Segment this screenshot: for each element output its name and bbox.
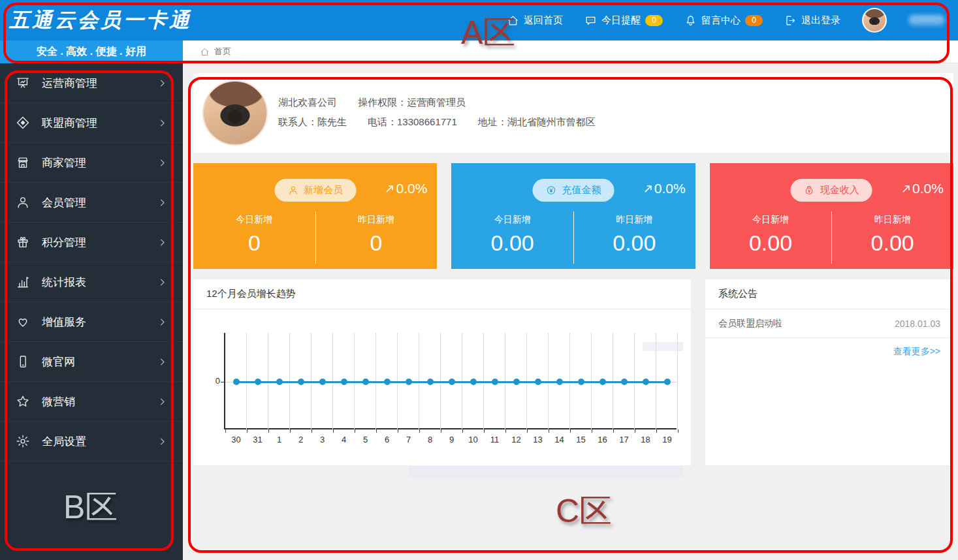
chart-data-point [298,379,304,385]
diamond-icon [16,116,30,130]
x-axis-tick-label: 10 [462,435,484,444]
y-axis-tick-label: 0 [206,376,220,386]
nav-today-reminder[interactable]: 今日提醒0 [584,14,663,27]
chevron-right-icon [157,158,167,168]
chart-data-point [621,379,628,385]
stat-trend: 0.0% [643,181,686,196]
stat-today-value: 0.00 [710,230,832,256]
sidebar-item-micro-site[interactable]: 微官网 [0,342,183,382]
stat-card-new-members: 新增会员0.0%今日新增0昨日新增0 [193,163,437,269]
chevron-right-icon [157,397,167,407]
announcements-title: 系统公告 [705,279,953,309]
x-axis-tick [678,429,679,433]
stat-pill-cash-income: 现金收入 [791,179,872,202]
sidebar-item-label: 统计报表 [42,275,86,290]
nav-badge: 0 [645,15,663,26]
x-axis-tick [505,429,506,433]
shop-icon [16,155,30,170]
company-name: 湖北欢喜公司 [278,97,337,109]
slogan-bar: 安全 . 高效 . 便捷 . 好用 [0,40,183,63]
stat-yesterday: 昨日新增0.00 [831,214,953,256]
header-nav: 返回首页今日提醒0留言中心0退出登录 [507,8,958,33]
x-axis-tick [376,429,377,433]
sidebar-item-merchant-management[interactable]: 商家管理 [0,143,183,183]
x-axis-tick-label: 11 [484,435,505,444]
x-axis-tick [613,429,614,433]
chart-body: 0303112345678910111213141516171819 [193,309,691,465]
x-axis-tick [462,429,463,433]
sidebar-item-alliance-management[interactable]: 联盟商管理 [0,103,183,143]
nav-logout[interactable]: 退出登录 [784,14,840,27]
sidebar-item-points-management[interactable]: 积分管理 [0,223,183,262]
x-axis-tick-label: 12 [505,435,527,444]
sidebar-item-global-settings[interactable]: 全局设置 [0,422,183,461]
stat-trend: 0.0% [385,181,427,196]
announcement-row[interactable]: 会员联盟启动啦2018.01.03 [705,309,953,338]
x-axis-tick [570,429,571,433]
chart-data-point [492,379,498,385]
nav-badge: 0 [745,15,763,26]
user-icon [16,195,30,210]
sidebar-item-value-added-service[interactable]: 增值服务 [0,302,183,342]
announcements-list: 会员联盟启动啦2018.01.03 [705,309,953,338]
view-more-link[interactable]: 查看更多>> [705,338,953,358]
chat-bubble-icon [584,14,597,27]
x-axis-tick-label: 1 [268,435,290,444]
chart-ghost-artifact [409,466,683,478]
nav-message-center[interactable]: 留言中心0 [684,14,763,27]
announcement-text: 会员联盟启动啦 [718,318,782,330]
breadcrumb: 首页 [183,40,958,63]
chart-data-point [406,379,412,385]
x-axis-tick [527,429,528,433]
sidebar-item-micro-marketing[interactable]: 微营销 [0,382,183,422]
stat-yesterday-value: 0.00 [573,230,695,256]
sidebar-item-label: 积分管理 [42,235,86,250]
chart-data-point [276,379,283,385]
sidebar-item-statistics-report[interactable]: 统计报表 [0,262,183,302]
stat-today-label: 今日新增 [710,214,832,226]
stat-card-cash-income: 现金收入0.0%今日新增0.00昨日新增0.00 [710,163,953,269]
x-axis-tick [635,429,635,433]
gift-icon [16,235,30,249]
chart-data-point [384,379,391,385]
user-avatar[interactable] [862,8,887,33]
sidebar-item-operator-management[interactable]: 运营商管理 [0,63,183,103]
chevron-right-icon [157,277,167,287]
user-icon [287,185,298,196]
app-logo: 五通云会员一卡通 [0,7,192,34]
home-icon [507,14,519,27]
x-axis-tick [419,429,420,433]
stat-trend: 0.0% [901,181,944,196]
stat-trend-value: 0.0% [654,181,686,196]
header-nav-items: 返回首页今日提醒0留言中心0退出登录 [507,14,840,27]
nav-label: 返回首页 [524,14,563,27]
chart-data-point [341,379,347,385]
trend-up-icon [385,183,395,194]
phone-icon [16,354,30,369]
stat-pill-label: 充值金额 [562,184,601,196]
chart-data-point [427,379,434,385]
stat-today-label: 今日新增 [193,214,315,226]
chart-data-point [535,379,541,385]
breadcrumb-home[interactable]: 首页 [214,46,231,57]
nav-back-home[interactable]: 返回首页 [507,14,563,27]
sidebar-item-label: 会员管理 [42,195,86,210]
sidebar-item-member-management[interactable]: 会员管理 [0,183,183,223]
x-axis-tick-label: 9 [441,435,462,444]
stat-card-recharge-amount: 充值金额0.0%今日新增0.00昨日新增0.00 [451,163,695,269]
stat-yesterday-label: 昨日新增 [573,214,695,226]
sidebar-item-label: 联盟商管理 [42,116,97,131]
username-redacted [908,15,945,26]
heart-icon [16,315,30,329]
x-axis-tick-label: 2 [290,435,311,444]
x-axis-tick [247,429,247,433]
phone-text: 电话：13308661771 [368,116,457,129]
chevron-right-icon [157,317,167,327]
chart-data-point [255,379,261,385]
main-content: 湖北欢喜公司 操作权限：运营商管理员 联系人：陈先生 电话：1330866177… [183,63,958,560]
nav-label: 留言中心 [701,14,741,27]
sidebar: 运营商管理联盟商管理商家管理会员管理积分管理统计报表增值服务微官网微营销全局设置 [0,63,183,560]
x-axis-tick [311,429,312,433]
chart-title: 12个月会员增长趋势 [193,279,691,309]
star-icon [16,394,30,409]
